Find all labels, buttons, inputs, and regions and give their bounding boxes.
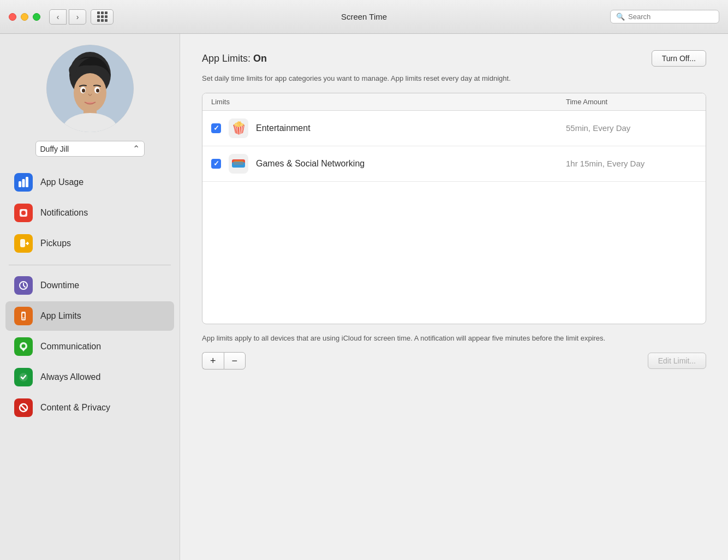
user-name: Duffy Jill [40, 145, 133, 153]
sidebar-divider [9, 265, 171, 265]
limits-table: Limits Time Amount ✓ 🍿 Entertainment 55m… [202, 93, 706, 324]
entertainment-label: Entertainment [256, 123, 311, 133]
games-label: Games & Social Networking [256, 159, 365, 169]
sidebar-item-label-downtime: Downtime [40, 281, 79, 290]
forward-button[interactable]: › [69, 9, 86, 25]
add-remove-group: + − [202, 352, 246, 370]
checkbox-games[interactable]: ✓ [211, 159, 221, 169]
minimize-button[interactable] [21, 13, 28, 21]
svg-point-7 [82, 89, 85, 93]
svg-rect-14 [20, 239, 25, 247]
col-limits: Limits [211, 98, 566, 106]
svg-point-19 [22, 344, 26, 348]
sidebar-item-app-limits[interactable]: App Limits [5, 301, 174, 331]
sidebar-item-app-usage[interactable]: App Usage [5, 168, 174, 197]
svg-rect-25 [234, 162, 243, 166]
grid-icon [97, 11, 108, 22]
sidebar-nav-group1: App Usage Notifications Pickups [0, 168, 180, 259]
communication-icon [14, 337, 33, 356]
sidebar-item-label-always-allowed: Always Allowed [40, 372, 100, 382]
sidebar-item-content-privacy[interactable]: Content & Privacy [5, 393, 174, 422]
svg-rect-10 [22, 179, 25, 187]
avatar [46, 45, 134, 132]
sidebar-item-pickups[interactable]: Pickups [5, 229, 174, 258]
main-container: Duffy Jill ⌃ App Usage Notifications [0, 34, 728, 560]
entertainment-time: 55min, Every Day [566, 123, 697, 133]
sidebar-item-always-allowed[interactable]: Always Allowed [5, 362, 174, 392]
svg-point-13 [21, 211, 26, 215]
table-row-left: ✓ 🍿 Entertainment [211, 118, 566, 138]
grid-view-button[interactable] [91, 9, 114, 25]
traffic-lights [9, 13, 40, 21]
content-header: App Limits: On Turn Off... [202, 50, 706, 67]
svg-rect-9 [19, 181, 21, 187]
table-header: Limits Time Amount [202, 93, 706, 111]
nav-buttons: ‹ › [49, 9, 86, 25]
pickups-icon [14, 234, 33, 253]
search-box[interactable]: 🔍 [610, 10, 719, 23]
remove-button[interactable]: − [224, 352, 246, 370]
table-row: ✓ 🍿 Entertainment 55min, Every Day [202, 111, 706, 146]
games-time: 1hr 15min, Every Day [566, 159, 697, 168]
downtime-icon [14, 276, 33, 295]
user-select[interactable]: Duffy Jill ⌃ [35, 141, 145, 157]
sidebar-nav-group2: Downtime App Limits Communication Always… [0, 271, 180, 424]
table-row-left: ✓ Games & Social Networking [211, 154, 566, 174]
maximize-button[interactable] [33, 13, 40, 21]
close-button[interactable] [9, 13, 16, 21]
svg-rect-17 [22, 313, 25, 318]
footer-text: App limits apply to all devices that are… [202, 333, 706, 344]
sidebar-item-label-app-limits: App Limits [40, 311, 81, 321]
sidebar-item-label-notifications: Notifications [40, 208, 88, 218]
edit-limit-button[interactable]: Edit Limit... [648, 353, 706, 369]
sidebar-item-downtime[interactable]: Downtime [5, 271, 174, 300]
checkbox-entertainment[interactable]: ✓ [211, 123, 221, 133]
svg-rect-11 [26, 177, 28, 187]
app-usage-icon [14, 173, 33, 192]
always-allowed-icon [14, 368, 33, 386]
col-time-amount: Time Amount [566, 98, 697, 106]
sidebar-item-label-communication: Communication [40, 342, 101, 352]
sidebar-item-communication[interactable]: Communication [5, 332, 174, 361]
games-icon [229, 154, 248, 174]
content-area: App Limits: On Turn Off... Set daily tim… [180, 34, 728, 560]
checkmark-icon: ✓ [213, 159, 219, 168]
turn-off-button[interactable]: Turn Off... [652, 50, 706, 67]
notifications-icon [14, 204, 33, 222]
content-privacy-icon [14, 398, 33, 417]
checkmark-icon: ✓ [213, 124, 219, 132]
app-limits-icon [14, 307, 33, 325]
avatar-image [46, 45, 134, 132]
section-title: App Limits: On [202, 53, 267, 64]
sidebar-item-label-pickups: Pickups [40, 239, 71, 248]
sidebar-item-notifications[interactable]: Notifications [5, 198, 174, 228]
sidebar: Duffy Jill ⌃ App Usage Notifications [0, 34, 180, 560]
action-buttons: + − Edit Limit... [202, 352, 706, 370]
entertainment-icon: 🍿 [229, 118, 248, 138]
description-text: Set daily time limits for app categories… [202, 73, 706, 84]
table-empty-area [202, 182, 706, 324]
chevron-icon: ⌃ [133, 144, 140, 154]
window-title: Screen Time [341, 12, 387, 21]
add-button[interactable]: + [202, 352, 224, 370]
back-button[interactable]: ‹ [49, 9, 67, 25]
titlebar: ‹ › Screen Time 🔍 [0, 0, 728, 34]
sidebar-item-label-content-privacy: Content & Privacy [40, 403, 110, 413]
sidebar-item-label-app-usage: App Usage [40, 177, 83, 187]
svg-point-2 [74, 73, 106, 112]
search-input[interactable] [628, 13, 713, 21]
table-row: ✓ Games & Social Networking 1hr 15min, E… [202, 146, 706, 182]
search-icon: 🔍 [616, 13, 625, 21]
svg-point-8 [96, 89, 99, 93]
